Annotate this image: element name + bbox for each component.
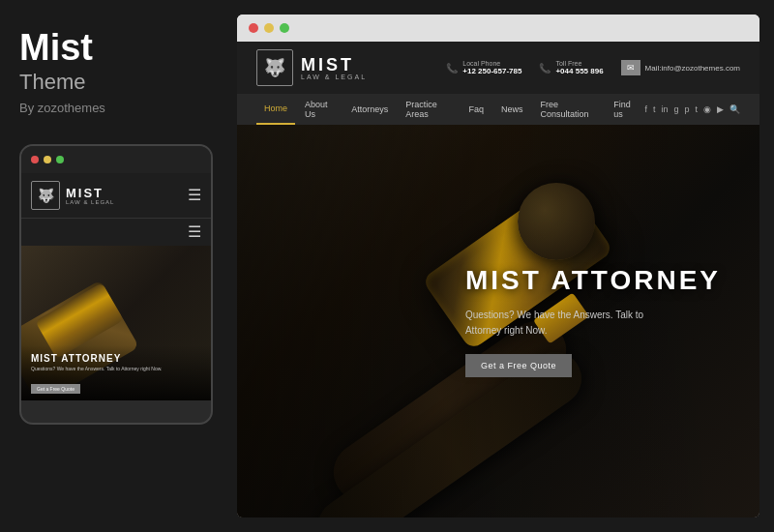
- site-header: 🐺 MIST LAW & LEGAL 📞 Local Phone +12 250…: [237, 42, 759, 94]
- contact-toll-free: 📞 Toll Free +044 555 896: [539, 60, 603, 75]
- theme-title: Mist: [19, 29, 213, 66]
- mobile-logo-area: 🐺 MIST LAW & LEGAL: [31, 181, 114, 210]
- mobile-topbar: [21, 146, 211, 173]
- social-twitter-icon[interactable]: t: [653, 104, 656, 114]
- mobile-overlay-text: MIST ATTORNEY Questions? We have the Ans…: [21, 345, 211, 400]
- phone-icon: 📞: [446, 63, 458, 74]
- email-text: Mail:info@zozothemes.com: [645, 64, 740, 73]
- nav-item-about[interactable]: About Us: [297, 94, 342, 125]
- nav-item-consultation[interactable]: Free Consultation: [533, 94, 605, 125]
- social-linkedin-icon[interactable]: in: [661, 104, 668, 114]
- nav-item-findus[interactable]: Find us: [606, 94, 644, 125]
- social-facebook-icon[interactable]: f: [644, 104, 647, 114]
- hero-description: Questions? We have the Answers. Talk to …: [465, 308, 659, 339]
- logo-name: MIST: [301, 56, 367, 74]
- wolf-icon: 🐺: [256, 49, 293, 86]
- phone-tollfree-icon: 📞: [539, 63, 551, 74]
- desktop-mockup: 🐺 MIST LAW & LEGAL 📞 Local Phone +12 250…: [237, 15, 759, 517]
- mobile-hero: MIST ATTORNEY Questions? We have the Ans…: [21, 246, 211, 400]
- header-email: ✉ Mail:info@zozothemes.com: [621, 60, 740, 75]
- logo-tagline: LAW & LEGAL: [301, 74, 367, 80]
- contact-info-toll: Toll Free +044 555 896: [555, 60, 603, 75]
- mobile-dot-red: [31, 156, 39, 163]
- site-logo: 🐺 MIST LAW & LEGAL: [256, 49, 367, 86]
- nav-items: Home About Us Attorneys Practice Areas F…: [256, 94, 644, 125]
- mobile-hamburger-icon[interactable]: ☰: [188, 188, 201, 203]
- desktop-dot-red: [249, 23, 258, 33]
- hero-cta-button[interactable]: Get a Free Quote: [465, 354, 572, 377]
- theme-subtitle: Theme: [19, 70, 213, 95]
- mobile-header: 🐺 MIST LAW & LEGAL ☰: [21, 173, 211, 219]
- contact-info-local: Local Phone +12 250-657-785: [462, 60, 521, 75]
- contact-number-local: +12 250-657-785: [462, 67, 521, 75]
- site-nav: Home About Us Attorneys Practice Areas F…: [237, 94, 759, 125]
- mobile-submenu-bar: ☰: [21, 219, 211, 246]
- hero-title: MIST ATTORNEY: [465, 265, 721, 296]
- social-youtube-icon[interactable]: ▶: [717, 104, 724, 114]
- hero-content: MIST ATTORNEY Questions? We have the Ans…: [465, 265, 721, 377]
- contact-label-toll: Toll Free: [555, 60, 603, 67]
- nav-social: f t in g p t ◉ ▶ 🔍: [644, 104, 740, 114]
- hero-section: MIST ATTORNEY Questions? We have the Ans…: [237, 125, 759, 517]
- nav-item-faq[interactable]: Faq: [461, 94, 491, 125]
- social-search-icon[interactable]: 🔍: [729, 104, 740, 114]
- mobile-logo-tagline: LAW & LEGAL: [66, 199, 114, 205]
- social-instagram-icon[interactable]: ◉: [703, 104, 711, 114]
- contact-label-local: Local Phone: [462, 60, 521, 67]
- logo-text-block: MIST LAW & LEGAL: [301, 56, 367, 80]
- nav-item-attorneys[interactable]: Attorneys: [343, 94, 396, 125]
- nav-item-home[interactable]: Home: [256, 94, 295, 125]
- mobile-hero-title: MIST ATTORNEY: [31, 353, 201, 364]
- social-tumblr-icon[interactable]: t: [695, 104, 698, 114]
- nav-item-news[interactable]: News: [493, 94, 531, 125]
- desktop-titlebar: [237, 15, 759, 42]
- desktop-dot-yellow: [264, 23, 274, 33]
- right-panel: 🐺 MIST LAW & LEGAL 📞 Local Phone +12 250…: [232, 0, 774, 532]
- mobile-logo-text: MIST LAW & LEGAL: [66, 187, 114, 205]
- mobile-dot-green: [56, 156, 64, 163]
- mobile-wolf-icon: 🐺: [31, 181, 60, 210]
- header-contact: 📞 Local Phone +12 250-657-785 📞 Toll Fre…: [446, 60, 740, 75]
- theme-author: By zozothemes: [19, 101, 213, 115]
- desktop-dot-green: [280, 23, 289, 33]
- nav-item-practice[interactable]: Practice Areas: [398, 94, 459, 125]
- mobile-mockup: 🐺 MIST LAW & LEGAL ☰ ☰ MIST ATTORNEY Que…: [19, 144, 213, 425]
- contact-local-phone: 📞 Local Phone +12 250-657-785: [446, 60, 521, 75]
- mobile-logo-name: MIST: [66, 187, 114, 199]
- mobile-dot-yellow: [44, 156, 51, 163]
- left-panel: Mist Theme By zozothemes 🐺 MIST LAW & LE…: [0, 0, 232, 532]
- mobile-submenu-icon: ☰: [188, 224, 201, 240]
- social-google-icon[interactable]: g: [673, 104, 678, 114]
- contact-number-toll: +044 555 896: [555, 67, 603, 75]
- mobile-hero-subtitle: Questions? We have the Answers. Talk to …: [31, 366, 201, 372]
- email-icon: ✉: [621, 60, 640, 75]
- mobile-cta-button[interactable]: Get a Free Quote: [31, 384, 80, 394]
- social-pinterest-icon[interactable]: p: [684, 104, 689, 114]
